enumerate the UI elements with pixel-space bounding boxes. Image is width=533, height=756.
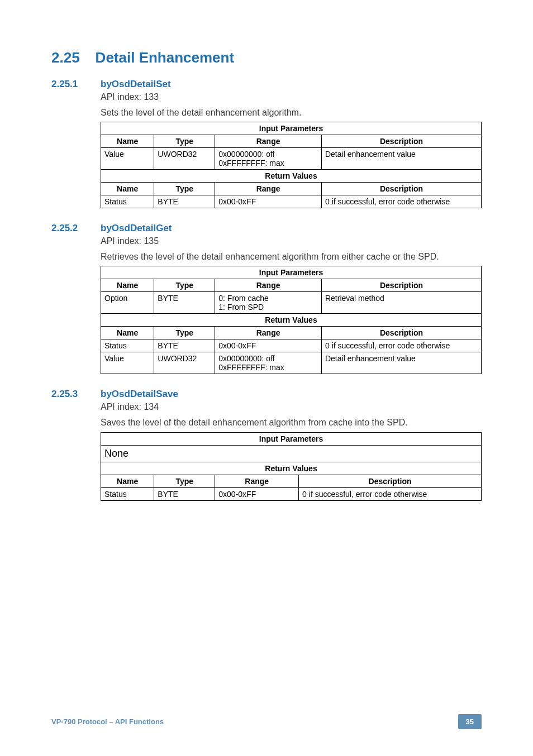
api-index-line: API index: 133 bbox=[101, 91, 482, 103]
col-name: Name bbox=[101, 279, 154, 292]
cell-name: Status bbox=[101, 487, 154, 500]
subsection-title: byOsdDetailSet bbox=[101, 79, 171, 90]
subsection-title: byOsdDetailSave bbox=[101, 389, 178, 400]
cell-range: 0x00-0xFF bbox=[215, 339, 322, 352]
page-number-badge: 35 bbox=[458, 714, 482, 729]
subsection-desc: Retrieves the level of the detail enhanc… bbox=[101, 251, 482, 263]
table-row: Status BYTE 0x00-0xFF 0 if successful, e… bbox=[101, 487, 482, 500]
col-desc: Description bbox=[321, 279, 481, 292]
cell-desc: Retrieval method bbox=[321, 292, 481, 314]
cell-desc: 0 if successful, error code otherwise bbox=[321, 339, 481, 352]
page-footer: VP-790 Protocol – API Functions 35 bbox=[51, 714, 482, 729]
cell-type: BYTE bbox=[154, 195, 215, 208]
col-type: Type bbox=[154, 475, 215, 487]
cell-name: Value bbox=[101, 352, 154, 374]
col-desc: Description bbox=[321, 183, 481, 195]
col-type: Type bbox=[154, 279, 215, 292]
none-cell: None bbox=[101, 445, 482, 462]
subsection-head: 2.25.3 byOsdDetailSave bbox=[51, 389, 482, 400]
col-name: Name bbox=[101, 135, 154, 148]
subsection-head: 2.25.1 byOsdDetailSet bbox=[51, 79, 482, 90]
cell-name: Value bbox=[101, 148, 154, 170]
col-range: Range bbox=[215, 475, 299, 487]
col-range: Range bbox=[215, 183, 322, 195]
return-values-header: Return Values bbox=[101, 314, 482, 327]
return-values-header: Return Values bbox=[101, 462, 482, 475]
col-name: Name bbox=[101, 475, 154, 487]
footer-text: VP-790 Protocol – API Functions bbox=[51, 717, 164, 726]
cell-type: BYTE bbox=[154, 487, 215, 500]
heading-number: 2.25 bbox=[51, 49, 80, 66]
cell-range: 0x00-0xFF bbox=[215, 195, 322, 208]
subsection-desc: Saves the level of the detail enhancemen… bbox=[101, 417, 482, 429]
section-heading: 2.25 Detail Enhancement bbox=[51, 49, 482, 66]
subsection-save: 2.25.3 byOsdDetailSave API index: 134 Sa… bbox=[51, 389, 482, 500]
col-name: Name bbox=[101, 327, 154, 339]
col-type: Type bbox=[154, 183, 215, 195]
params-table-set: Input Parameters Name Type Range Descrip… bbox=[101, 122, 482, 208]
col-range: Range bbox=[215, 135, 322, 148]
cell-type: BYTE bbox=[154, 292, 215, 314]
cell-type: BYTE bbox=[154, 339, 215, 352]
cell-desc: Detail enhancement value bbox=[321, 148, 481, 170]
cell-desc: Detail enhancement value bbox=[321, 352, 481, 374]
col-range: Range bbox=[215, 279, 322, 292]
input-params-header: Input Parameters bbox=[101, 432, 482, 445]
cell-name: Option bbox=[101, 292, 154, 314]
subsection-set: 2.25.1 byOsdDetailSet API index: 133 Set… bbox=[51, 79, 482, 208]
cell-range: 0: From cache 1: From SPD bbox=[215, 292, 322, 314]
col-desc: Description bbox=[321, 135, 481, 148]
page-content: 2.25 Detail Enhancement 2.25.1 byOsdDeta… bbox=[0, 0, 533, 501]
subsection-head: 2.25.2 byOsdDetailGet bbox=[51, 223, 482, 234]
col-type: Type bbox=[154, 135, 215, 148]
table-row: Option BYTE 0: From cache 1: From SPD Re… bbox=[101, 292, 482, 314]
subsection-number: 2.25.3 bbox=[51, 389, 87, 400]
cell-range: 0x00-0xFF bbox=[215, 487, 299, 500]
cell-desc: 0 if successful, error code otherwise bbox=[299, 487, 482, 500]
cell-type: UWORD32 bbox=[154, 148, 215, 170]
cell-type: UWORD32 bbox=[154, 352, 215, 374]
api-index-line: API index: 134 bbox=[101, 401, 482, 413]
col-desc: Description bbox=[299, 475, 482, 487]
subsection-desc: Sets the level of the detail enhancement… bbox=[101, 107, 482, 119]
col-name: Name bbox=[101, 183, 154, 195]
api-index-line: API index: 135 bbox=[101, 235, 482, 247]
col-type: Type bbox=[154, 327, 215, 339]
cell-range: 0x00000000: off 0xFFFFFFFF: max bbox=[215, 352, 322, 374]
table-row: None bbox=[101, 445, 482, 462]
params-table-save: Input Parameters None Return Values Name… bbox=[101, 432, 482, 501]
table-row: Value UWORD32 0x00000000: off 0xFFFFFFFF… bbox=[101, 352, 482, 374]
params-table-get: Input Parameters Name Type Range Descrip… bbox=[101, 266, 482, 374]
table-row: Value UWORD32 0x00000000: off 0xFFFFFFFF… bbox=[101, 148, 482, 170]
col-range: Range bbox=[215, 327, 322, 339]
heading-title: Detail Enhancement bbox=[96, 49, 235, 66]
table-row: Status BYTE 0x00-0xFF 0 if successful, e… bbox=[101, 195, 482, 208]
cell-name: Status bbox=[101, 195, 154, 208]
input-params-header: Input Parameters bbox=[101, 122, 482, 135]
input-params-header: Input Parameters bbox=[101, 266, 482, 279]
cell-name: Status bbox=[101, 339, 154, 352]
subsection-get: 2.25.2 byOsdDetailGet API index: 135 Ret… bbox=[51, 223, 482, 374]
col-desc: Description bbox=[321, 327, 481, 339]
subsection-number: 2.25.1 bbox=[51, 79, 87, 90]
subsection-number: 2.25.2 bbox=[51, 223, 87, 234]
subsection-title: byOsdDetailGet bbox=[101, 223, 172, 234]
cell-desc: 0 if successful, error code otherwise bbox=[321, 195, 481, 208]
cell-range: 0x00000000: off 0xFFFFFFFF: max bbox=[215, 148, 322, 170]
return-values-header: Return Values bbox=[101, 170, 482, 183]
table-row: Status BYTE 0x00-0xFF 0 if successful, e… bbox=[101, 339, 482, 352]
